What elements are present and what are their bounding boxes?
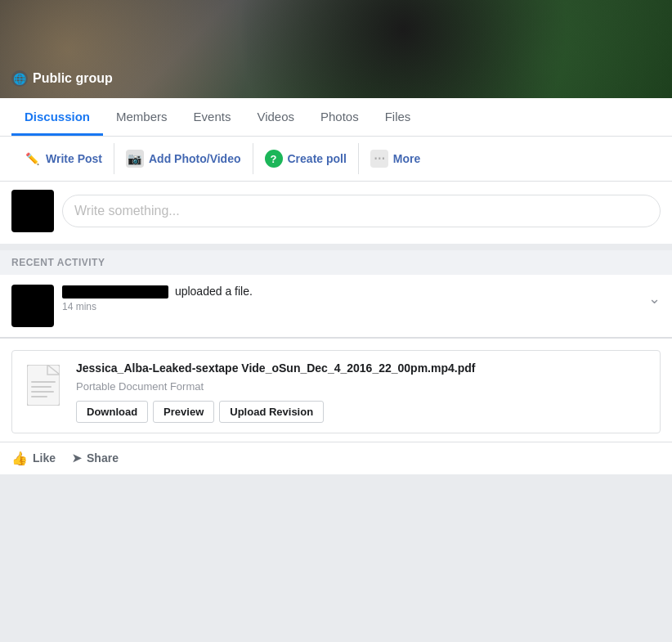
more-icon: ⋯ (370, 150, 388, 168)
tab-photos[interactable]: Photos (307, 98, 372, 136)
tab-videos[interactable]: Videos (244, 98, 307, 136)
file-type: Portable Document Format (76, 380, 650, 393)
pencil-icon: ✏️ (23, 150, 41, 168)
public-group-badge: 🌐 Public group (11, 70, 113, 87)
file-inner: Jessica_Alba-Leaked-sextape Vide_oSun_De… (11, 350, 661, 433)
activity-action: uploaded a file. (175, 285, 253, 298)
more-label: More (393, 152, 420, 165)
chevron-down-icon[interactable]: ⌄ (648, 290, 661, 308)
action-bar: ✏️ Write Post 📷 Add Photo/Video ? Create… (0, 137, 672, 182)
file-icon (22, 361, 65, 410)
like-label: Like (33, 451, 56, 465)
like-share-bar: 👍 Like ➤ Share (0, 442, 672, 474)
preview-button[interactable]: Preview (153, 401, 214, 423)
file-name: Jessica_Alba-Leaked-sextape Vide_oSun_De… (76, 361, 650, 377)
tab-files[interactable]: Files (372, 98, 424, 136)
file-actions: Download Preview Upload Revision (76, 401, 650, 423)
poll-icon: ? (265, 150, 283, 168)
create-poll-button[interactable]: ? Create poll (253, 143, 359, 174)
svg-rect-2 (31, 386, 52, 388)
activity-item: uploaded a file. 14 mins ⌄ (0, 275, 672, 338)
write-post-area: Write something... (0, 182, 672, 250)
activity-user-name (62, 285, 168, 299)
create-poll-label: Create poll (288, 152, 347, 165)
like-button[interactable]: 👍 Like (11, 451, 56, 466)
download-button[interactable]: Download (76, 401, 148, 423)
tab-discussion[interactable]: Discussion (11, 98, 103, 136)
svg-rect-4 (31, 396, 47, 397)
camera-icon: 📷 (126, 150, 144, 168)
add-photo-video-label: Add Photo/Video (149, 152, 241, 165)
upload-revision-button[interactable]: Upload Revision (219, 401, 324, 423)
svg-rect-1 (31, 381, 56, 383)
globe-icon: 🌐 (11, 70, 28, 87)
more-button[interactable]: ⋯ More (359, 143, 432, 174)
share-icon: ➤ (72, 451, 82, 465)
share-button[interactable]: ➤ Share (72, 451, 119, 465)
file-info: Jessica_Alba-Leaked-sextape Vide_oSun_De… (76, 361, 650, 423)
write-post-input[interactable]: Write something... (62, 195, 661, 227)
public-group-label: Public group (33, 71, 113, 86)
svg-rect-3 (31, 391, 54, 393)
tab-events[interactable]: Events (181, 98, 244, 136)
cover-photo: 🌐 Public group (0, 0, 672, 98)
write-post-button[interactable]: ✏️ Write Post (11, 143, 114, 174)
thumbs-up-icon: 👍 (11, 451, 28, 466)
user-avatar (11, 190, 54, 232)
activity-content: uploaded a file. 14 mins (62, 285, 661, 312)
add-photo-video-button[interactable]: 📷 Add Photo/Video (114, 143, 253, 174)
activity-text: uploaded a file. (62, 285, 661, 299)
tab-members[interactable]: Members (103, 98, 181, 136)
share-label: Share (87, 451, 119, 465)
activity-time: 14 mins (62, 301, 661, 312)
recent-activity-header: RECENT ACTIVITY (0, 250, 672, 275)
file-card: Jessica_Alba-Leaked-sextape Vide_oSun_De… (0, 338, 672, 442)
nav-tabs: Discussion Members Events Videos Photos … (0, 98, 672, 137)
activity-avatar (11, 285, 54, 327)
write-post-label: Write Post (46, 152, 102, 165)
